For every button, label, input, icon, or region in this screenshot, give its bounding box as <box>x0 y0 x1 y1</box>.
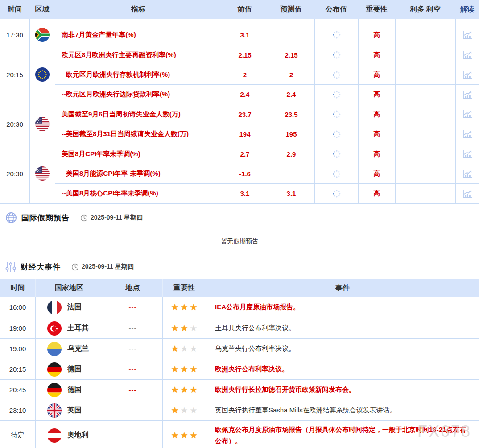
importance-label: 高 <box>374 170 380 178</box>
indicator-label: 中国8月社会融资规模增量-单月*(亿元) <box>55 19 222 25</box>
importance-stars: ★★★ <box>162 297 206 318</box>
table-row: 欧元区8月欧洲央行主要再融资利率(%) 2.15 2.15 高 <box>55 45 479 65</box>
importance-stars: ★★★ <box>162 380 206 400</box>
interpret-chart-icon[interactable] <box>462 19 473 20</box>
event-description: 英国央行执行董事Sasha Mills在欧洲结算系统会议发表讲话。 <box>206 400 479 420</box>
flag-france-icon <box>47 300 62 315</box>
event-row: 20:15 德国 --- ★★★ 欧洲央行公布利率决议。 <box>0 359 479 380</box>
section-title: 国际假期预告 <box>21 213 70 223</box>
table-row: 南非7月黄金产量年率(%) 3.1 高 <box>55 25 479 45</box>
indicator-label: --欧元区月欧洲央行边际贷款利率(%) <box>55 85 222 104</box>
importance-stars: ★★★ <box>162 400 206 420</box>
loading-spinner-icon <box>332 129 342 139</box>
interpret-chart-icon[interactable] <box>462 90 473 100</box>
globe-icon <box>5 212 17 224</box>
event-location: --- <box>103 400 162 420</box>
event-location: --- <box>103 380 162 400</box>
interpret-chart-icon[interactable] <box>462 189 473 199</box>
events-section-header: 财经大事件 2025-09-11 星期四 <box>0 253 479 279</box>
big-events-table: 时间 国家地区 地点 重要性 事件 16:00 法国 --- ★★★ IEA公布… <box>0 279 479 448</box>
bias-cell <box>395 124 455 144</box>
col-header-location: 地点 <box>103 279 162 297</box>
table-row: --美国8月核心CPI年率未季调(%) 3.1 3.1 高 <box>55 183 479 203</box>
flag-european-union-icon <box>35 67 50 82</box>
clock-icon <box>71 263 79 271</box>
col-header-actual: 公布值 <box>314 0 358 19</box>
event-time: 20:30 <box>0 144 29 203</box>
calendar-group-clipped: 中国8月社会融资规模增量-单月*(亿元) 高 <box>0 19 479 25</box>
importance-label: 高 <box>374 110 380 119</box>
previous-value: 2.4 <box>240 91 250 98</box>
section-date: 2025-09-11 星期四 <box>91 214 143 222</box>
holiday-section-header: 国际假期预告 2025-09-11 星期四 <box>0 204 479 230</box>
forecast-value: 23.5 <box>285 111 297 118</box>
col-header-region: 区域 <box>29 0 55 19</box>
importance-stars: ★★★ <box>162 339 206 359</box>
loading-spinner-icon <box>332 70 342 80</box>
flag-united-states-icon <box>35 117 50 131</box>
event-time: 待定 <box>0 421 35 448</box>
holiday-empty-message: 暂无假期预告 <box>0 230 479 253</box>
indicator-label: --欧元区月欧洲央行存款机制利率(%) <box>55 65 222 84</box>
bias-cell <box>395 184 455 203</box>
loading-spinner-icon <box>332 90 342 100</box>
col-header-time: 时间 <box>0 279 35 297</box>
event-row: 19:00 乌克兰 --- ★★★ 乌克兰央行公布利率决议。 <box>0 339 479 359</box>
event-row: 23:10 英国 --- ★★★ 英国央行执行董事Sasha Mills在欧洲结… <box>0 400 479 421</box>
flag-germany-icon <box>47 362 62 377</box>
bias-cell <box>395 45 455 65</box>
interpret-chart-icon[interactable] <box>462 169 473 179</box>
event-location: --- <box>103 318 162 338</box>
indicator-label: 南非7月黄金产量年率(%) <box>55 25 222 45</box>
previous-value: 2.15 <box>238 51 251 59</box>
col-header-event: 事件 <box>206 279 479 297</box>
col-header-time: 时间 <box>0 0 29 19</box>
event-location: --- <box>103 359 162 379</box>
events-header-row: 时间 国家地区 地点 重要性 事件 <box>0 279 479 297</box>
calendar-group: 20:30 美国截至9月6日当周初请失业金人数(万) 23.7 23.5 高 -… <box>0 104 479 144</box>
interpret-chart-icon[interactable] <box>462 109 473 119</box>
clock-icon <box>80 214 88 222</box>
importance-label: 高 <box>374 71 380 79</box>
indicator-label: --美国8月能源CPI年率-未季调(%) <box>55 164 222 183</box>
importance-stars: ★★★ <box>162 318 206 338</box>
indicator-label: --美国截至8月31日当周续请失业金人数(万) <box>55 124 222 144</box>
country-name: 德国 <box>67 385 82 394</box>
importance-label: 高 <box>374 130 380 138</box>
previous-value: 2 <box>243 71 247 79</box>
event-row: 待定 奥地利 --- ★★★ 欧佩克公布月度原油市场报告（月报具体公布时间待定，… <box>0 421 479 448</box>
event-location: --- <box>103 421 162 448</box>
indicator-label: 美国截至9月6日当周初请失业金人数(万) <box>55 104 222 124</box>
interpret-chart-icon[interactable] <box>462 129 473 139</box>
importance-stars: ★★★ <box>162 421 206 448</box>
interpret-chart-icon[interactable] <box>462 70 473 80</box>
section-title: 财经大事件 <box>21 262 61 272</box>
forecast-value: 195 <box>285 130 297 138</box>
previous-value: -1.6 <box>239 170 251 178</box>
section-date: 2025-09-11 星期四 <box>82 263 134 271</box>
flag-austria-icon <box>47 428 62 443</box>
previous-value: 2.7 <box>240 150 250 158</box>
event-description: 欧佩克公布月度原油市场报告（月报具体公布时间待定，一般于北京时间18-21点左右… <box>206 421 479 448</box>
col-header-previous: 前值 <box>222 0 268 19</box>
bias-cell <box>395 164 455 183</box>
calendar-group: 17:30 南非7月黄金产量年率(%) 3.1 高 <box>0 25 479 45</box>
importance-label: 高 <box>374 31 380 39</box>
calendar-group: 20:30 美国8月CPI年率未季调(%) 2.7 2.9 高 --美国8月能源… <box>0 144 479 203</box>
loading-spinner-icon <box>332 169 342 179</box>
table-row: --欧元区月欧洲央行边际贷款利率(%) 2.4 2.4 高 <box>55 84 479 104</box>
table-row: --美国8月能源CPI年率-未季调(%) -1.6 高 <box>55 164 479 183</box>
flag-ukraine-icon <box>47 342 62 356</box>
calendar-header-row: 时间 区域 指标 前值 预测值 公布值 重要性 利多 利空 解读 <box>0 0 479 19</box>
country-name: 法国 <box>67 303 82 312</box>
country-name: 德国 <box>67 365 82 374</box>
interpret-chart-icon[interactable] <box>462 30 473 40</box>
importance-label: 高 <box>374 90 380 99</box>
previous-value: 3.1 <box>240 190 250 197</box>
interpret-chart-icon[interactable] <box>462 50 473 60</box>
interpret-chart-icon[interactable] <box>462 149 473 159</box>
loading-spinner-icon <box>332 149 342 159</box>
table-row: --美国截至8月31日当周续请失业金人数(万) 194 195 高 <box>55 124 479 144</box>
event-description: 欧洲央行行长拉加德召开货币政策新闻发布会。 <box>206 380 479 400</box>
event-time: 17:30 <box>0 25 29 45</box>
